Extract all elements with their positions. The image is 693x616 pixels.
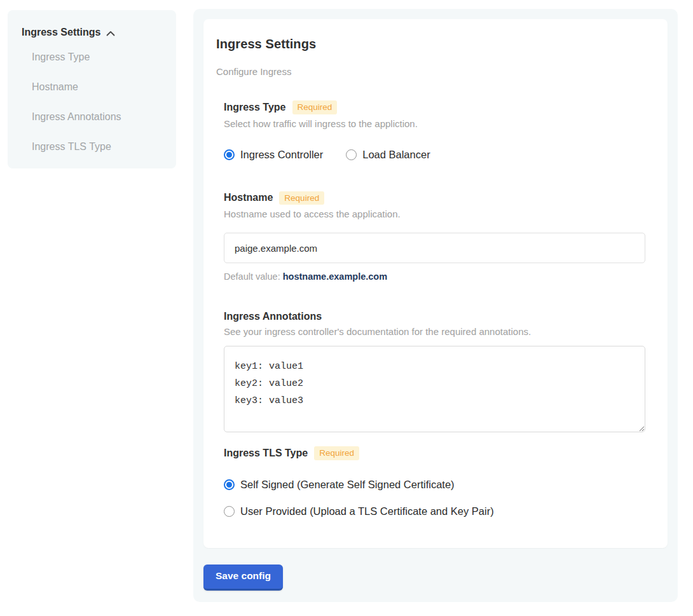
sidebar-group-title: Ingress Settings <box>22 27 100 38</box>
page-subtitle: Configure Ingress <box>216 66 647 77</box>
sidebar-group-ingress-settings[interactable]: Ingress Settings <box>22 27 165 38</box>
radio-option-ingress-controller[interactable]: Ingress Controller <box>224 149 323 161</box>
sidebar-item-ingress-tls-type[interactable]: Ingress TLS Type <box>22 135 165 158</box>
ingress-annotations-help: See your ingress controller's documentat… <box>224 326 647 337</box>
section-ingress-annotations: Ingress Annotations See your ingress con… <box>224 311 647 432</box>
config-main-panel: Ingress Settings Configure Ingress Ingre… <box>193 9 678 602</box>
ingress-annotations-textarea[interactable]: key1: value1 key2: value2 key3: value3 <box>224 346 645 432</box>
section-ingress-tls-type: Ingress TLS Type Required Self Signed (G… <box>224 446 647 517</box>
save-config-button[interactable]: Save config <box>203 565 283 591</box>
radio-icon[interactable] <box>224 506 235 517</box>
ingress-tls-radio-group: Self Signed (Generate Self Signed Certif… <box>224 479 647 517</box>
ingress-annotations-label: Ingress Annotations <box>224 311 322 322</box>
sidebar-item-list: Ingress Type Hostname Ingress Annotation… <box>22 46 165 158</box>
hostname-default-line: Default value: hostname.example.com <box>224 271 647 282</box>
chevron-up-icon[interactable] <box>106 31 115 36</box>
hostname-input[interactable] <box>224 233 645 263</box>
ingress-settings-card: Ingress Settings Configure Ingress Ingre… <box>203 19 668 548</box>
ingress-type-label: Ingress Type <box>224 102 286 113</box>
radio-label[interactable]: Ingress Controller <box>240 149 323 161</box>
required-badge: Required <box>292 100 338 114</box>
radio-icon[interactable] <box>346 149 357 160</box>
ingress-tls-type-label: Ingress TLS Type <box>224 448 308 459</box>
radio-icon[interactable] <box>224 479 235 490</box>
section-hostname: Hostname Required Hostname used to acces… <box>224 191 647 282</box>
radio-label[interactable]: Self Signed (Generate Self Signed Certif… <box>240 479 455 491</box>
hostname-label: Hostname <box>224 192 273 203</box>
radio-label[interactable]: Load Balancer <box>362 149 430 161</box>
default-value-text: hostname.example.com <box>283 271 387 282</box>
ingress-type-help: Select how traffic will ingress to the a… <box>224 118 647 129</box>
radio-option-self-signed[interactable]: Self Signed (Generate Self Signed Certif… <box>224 479 647 491</box>
radio-option-user-provided[interactable]: User Provided (Upload a TLS Certificate … <box>224 505 647 517</box>
radio-option-load-balancer[interactable]: Load Balancer <box>346 149 430 161</box>
hostname-help: Hostname used to access the application. <box>224 209 647 219</box>
ingress-type-radio-group: Ingress Controller Load Balancer <box>224 149 647 161</box>
section-ingress-type: Ingress Type Required Select how traffic… <box>224 100 647 161</box>
default-value-prefix: Default value: <box>224 271 283 282</box>
form-sections: Ingress Type Required Select how traffic… <box>224 100 647 517</box>
radio-icon[interactable] <box>224 149 235 160</box>
page-title: Ingress Settings <box>216 37 647 51</box>
config-nav-sidebar: Ingress Settings Ingress Type Hostname I… <box>8 10 176 168</box>
sidebar-item-hostname[interactable]: Hostname <box>22 76 165 99</box>
sidebar-item-ingress-annotations[interactable]: Ingress Annotations <box>22 106 165 128</box>
required-badge: Required <box>314 446 359 460</box>
sidebar-item-ingress-type[interactable]: Ingress Type <box>22 46 165 69</box>
radio-label[interactable]: User Provided (Upload a TLS Certificate … <box>240 505 494 517</box>
required-badge: Required <box>279 191 324 205</box>
